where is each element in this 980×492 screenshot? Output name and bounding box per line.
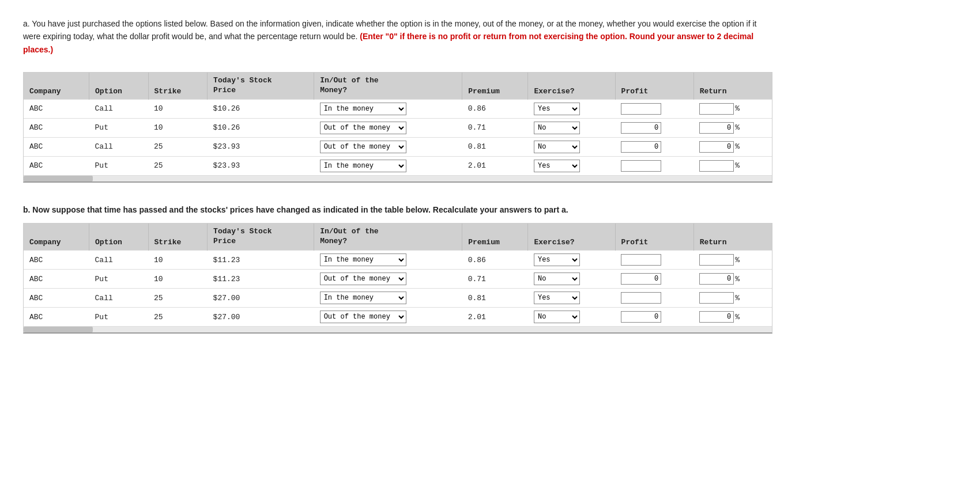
- header-b-profit: Profit: [615, 224, 693, 250]
- a-profit-input-0[interactable]: [621, 103, 661, 115]
- a-return-input-2[interactable]: [699, 141, 734, 153]
- a-stock-price-2: $23.93: [208, 137, 314, 156]
- b-exercise-select-2[interactable]: YesNo: [534, 292, 580, 304]
- b-in-out-select-0[interactable]: In the moneyOut of the moneyAt the money: [320, 253, 406, 266]
- a-exercise-cell-3: YesNo: [528, 156, 615, 175]
- b-profit-cell-1: [615, 270, 693, 289]
- b-exercise-select-0[interactable]: YesNo: [534, 253, 580, 266]
- b-company-3: ABC: [24, 308, 89, 327]
- b-premium-1: 0.71: [462, 270, 528, 289]
- a-return-input-1[interactable]: [699, 122, 734, 134]
- percent-symbol: %: [735, 294, 740, 302]
- a-return-cell-3: %: [693, 156, 772, 175]
- a-in-out-select-3[interactable]: In the moneyOut of the moneyAt the money: [320, 160, 406, 172]
- a-exercise-select-2[interactable]: YesNo: [534, 141, 580, 153]
- a-return-input-0[interactable]: [699, 103, 734, 115]
- b-exercise-select-1[interactable]: YesNo: [534, 273, 580, 285]
- header-b-option: Option: [89, 224, 149, 250]
- b-exercise-cell-2: YesNo: [528, 289, 615, 308]
- b-in-out-select-1[interactable]: In the moneyOut of the moneyAt the money: [320, 273, 406, 285]
- b-return-cell-0: %: [693, 251, 772, 270]
- b-profit-input-0[interactable]: [621, 254, 661, 266]
- table-row: ABCPut10$11.23In the moneyOut of the mon…: [24, 270, 772, 289]
- a-exercise-cell-1: YesNo: [528, 118, 615, 137]
- header-company: Company: [24, 73, 89, 99]
- b-return-input-1[interactable]: [699, 273, 734, 285]
- header-b-strike: Strike: [148, 224, 208, 250]
- a-exercise-cell-2: YesNo: [528, 137, 615, 156]
- b-option-0: Call: [89, 251, 149, 270]
- a-exercise-select-1[interactable]: YesNo: [534, 122, 580, 134]
- a-option-3: Put: [89, 156, 149, 175]
- intro-paragraph: a. You have just purchased the options l…: [23, 17, 772, 56]
- b-profit-cell-0: [615, 251, 693, 270]
- b-return-cell-3: %: [693, 308, 772, 327]
- b-return-input-2[interactable]: [699, 292, 734, 304]
- table-b-header-row: Company Option Strike Today's StockPrice…: [24, 224, 772, 250]
- b-strike-2: 25: [148, 289, 208, 308]
- b-strike-3: 25: [148, 308, 208, 327]
- a-profit-input-1[interactable]: [621, 122, 661, 134]
- b-return-input-3[interactable]: [699, 311, 734, 323]
- header-b-exercise: Exercise?: [528, 224, 615, 250]
- a-company-3: ABC: [24, 156, 89, 175]
- a-profit-cell-2: [615, 137, 693, 156]
- b-in-out-select-2[interactable]: In the moneyOut of the moneyAt the money: [320, 292, 406, 304]
- percent-symbol: %: [735, 104, 740, 113]
- a-profit-cell-1: [615, 118, 693, 137]
- percent-symbol: %: [735, 123, 740, 132]
- a-in-out-select-2[interactable]: In the moneyOut of the moneyAt the money: [320, 141, 406, 153]
- section-b-label: b. Now suppose that time has passed and …: [23, 203, 772, 216]
- table-row: ABCCall10$11.23In the moneyOut of the mo…: [24, 251, 772, 270]
- a-premium-0: 0.86: [462, 99, 528, 118]
- a-strike-0: 10: [148, 99, 208, 118]
- b-profit-input-2[interactable]: [621, 292, 661, 304]
- a-return-input-3[interactable]: [699, 160, 734, 172]
- a-exercise-select-3[interactable]: YesNo: [534, 160, 580, 172]
- b-profit-input-3[interactable]: [621, 311, 661, 323]
- a-in-out-select-0[interactable]: In the moneyOut of the moneyAt the money: [320, 103, 406, 115]
- b-exercise-cell-1: YesNo: [528, 270, 615, 289]
- table-a-header-row: Company Option Strike Today's StockPrice…: [24, 73, 772, 99]
- a-profit-input-2[interactable]: [621, 141, 661, 153]
- a-stock-price-3: $23.93: [208, 156, 314, 175]
- a-premium-3: 2.01: [462, 156, 528, 175]
- table-b-wrapper: Company Option Strike Today's StockPrice…: [23, 223, 772, 334]
- a-premium-2: 0.81: [462, 137, 528, 156]
- a-in-out-cell-2: In the moneyOut of the moneyAt the money: [314, 137, 462, 156]
- header-stock-price: Today's StockPrice: [208, 73, 314, 99]
- a-strike-1: 10: [148, 118, 208, 137]
- header-b-in-out: In/Out of theMoney?: [314, 224, 462, 250]
- percent-symbol: %: [735, 161, 740, 170]
- header-premium: Premium: [462, 73, 528, 99]
- b-profit-cell-3: [615, 308, 693, 327]
- b-in-out-select-3[interactable]: In the moneyOut of the moneyAt the money: [320, 311, 406, 323]
- b-in-out-cell-0: In the moneyOut of the moneyAt the money: [314, 251, 462, 270]
- a-premium-1: 0.71: [462, 118, 528, 137]
- a-strike-3: 25: [148, 156, 208, 175]
- b-option-2: Call: [89, 289, 149, 308]
- b-return-input-0[interactable]: [699, 254, 734, 266]
- percent-symbol: %: [735, 256, 740, 264]
- b-in-out-cell-1: In the moneyOut of the moneyAt the money: [314, 270, 462, 289]
- b-exercise-select-3[interactable]: YesNo: [534, 311, 580, 323]
- b-company-0: ABC: [24, 251, 89, 270]
- a-in-out-select-1[interactable]: In the moneyOut of the moneyAt the money: [320, 122, 406, 134]
- table-row: ABCCall25$23.93In the moneyOut of the mo…: [24, 137, 772, 156]
- header-exercise: Exercise?: [528, 73, 615, 99]
- header-b-return: Return: [693, 224, 772, 250]
- b-company-2: ABC: [24, 289, 89, 308]
- b-stock-price-0: $11.23: [208, 251, 314, 270]
- a-in-out-cell-1: In the moneyOut of the moneyAt the money: [314, 118, 462, 137]
- a-return-cell-1: %: [693, 118, 772, 137]
- b-profit-input-1[interactable]: [621, 273, 661, 285]
- a-exercise-select-0[interactable]: YesNo: [534, 103, 580, 115]
- b-stock-price-3: $27.00: [208, 308, 314, 327]
- b-option-1: Put: [89, 270, 149, 289]
- header-b-premium: Premium: [462, 224, 528, 250]
- a-company-0: ABC: [24, 99, 89, 118]
- a-profit-input-3[interactable]: [621, 160, 661, 172]
- b-in-out-cell-3: In the moneyOut of the moneyAt the money: [314, 308, 462, 327]
- header-option: Option: [89, 73, 149, 99]
- b-premium-0: 0.86: [462, 251, 528, 270]
